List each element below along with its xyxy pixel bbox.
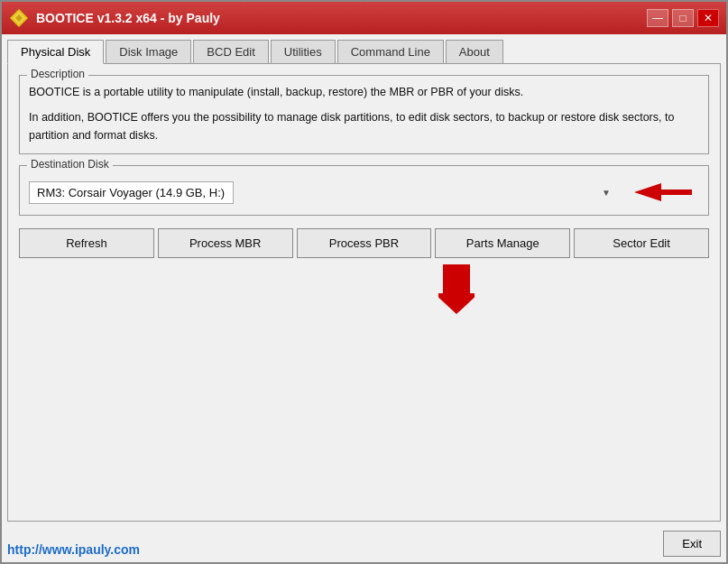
tab-content-physical-disk: Description BOOTICE is a portable utilit…: [7, 64, 721, 522]
footer: http://www.ipauly.com Exit: [2, 527, 726, 562]
tab-command-line[interactable]: Command Line: [337, 40, 444, 63]
main-content: Physical Disk Disk Image BCD Edit Utilit…: [2, 34, 726, 527]
disk-select-row: RM3: Corsair Voyager (14.9 GB, H:): [29, 179, 699, 206]
description-group-label: Description: [27, 68, 88, 80]
buttons-container: Refresh Process MBR Process PBR Parts Ma…: [19, 228, 709, 267]
tab-physical-disk[interactable]: Physical Disk: [7, 40, 104, 64]
process-mbr-button[interactable]: Process MBR: [158, 228, 293, 258]
disk-dropdown[interactable]: RM3: Corsair Voyager (14.9 GB, H:): [29, 181, 234, 204]
description-line1: BOOTICE is a portable utility to manipul…: [29, 83, 699, 101]
destination-disk-group: Destination Disk RM3: Corsair Voyager (1…: [19, 165, 709, 216]
process-pbr-button[interactable]: Process PBR: [297, 228, 432, 258]
sector-edit-button[interactable]: Sector Edit: [574, 228, 709, 258]
title-bar: BOOTICE v1.3.2 x64 - by Pauly — □ ✕: [2, 2, 726, 34]
red-arrow-down-icon: [438, 264, 475, 314]
buttons-row: Refresh Process MBR Process PBR Parts Ma…: [19, 228, 709, 258]
main-window: BOOTICE v1.3.2 x64 - by Pauly — □ ✕ Phys…: [0, 0, 728, 564]
restore-button[interactable]: □: [672, 9, 694, 27]
close-button[interactable]: ✕: [697, 9, 719, 27]
app-icon: [9, 8, 29, 28]
minimize-button[interactable]: —: [647, 9, 668, 27]
destination-group-label: Destination Disk: [27, 158, 113, 171]
website-link[interactable]: http://www.ipauly.com: [7, 542, 140, 557]
window-title: BOOTICE v1.3.2 x64 - by Pauly: [36, 11, 220, 25]
description-line2: In addition, BOOTICE offers you the poss…: [29, 108, 699, 144]
tab-utilities[interactable]: Utilities: [271, 40, 336, 63]
svg-marker-3: [634, 183, 692, 201]
tab-bar: Physical Disk Disk Image BCD Edit Utilit…: [7, 40, 721, 64]
red-arrow-left-icon: [627, 179, 699, 206]
svg-marker-4: [438, 264, 475, 314]
parts-manage-button[interactable]: Parts Manage: [435, 228, 570, 258]
tab-disk-image[interactable]: Disk Image: [106, 40, 191, 63]
tab-bcd-edit[interactable]: BCD Edit: [193, 40, 268, 63]
exit-button[interactable]: Exit: [663, 531, 721, 557]
tab-about[interactable]: About: [446, 40, 503, 63]
description-text: BOOTICE is a portable utility to manipul…: [29, 83, 699, 144]
disk-dropdown-wrapper: RM3: Corsair Voyager (14.9 GB, H:): [29, 181, 618, 204]
refresh-button[interactable]: Refresh: [19, 228, 154, 258]
description-group: Description BOOTICE is a portable utilit…: [19, 75, 709, 154]
